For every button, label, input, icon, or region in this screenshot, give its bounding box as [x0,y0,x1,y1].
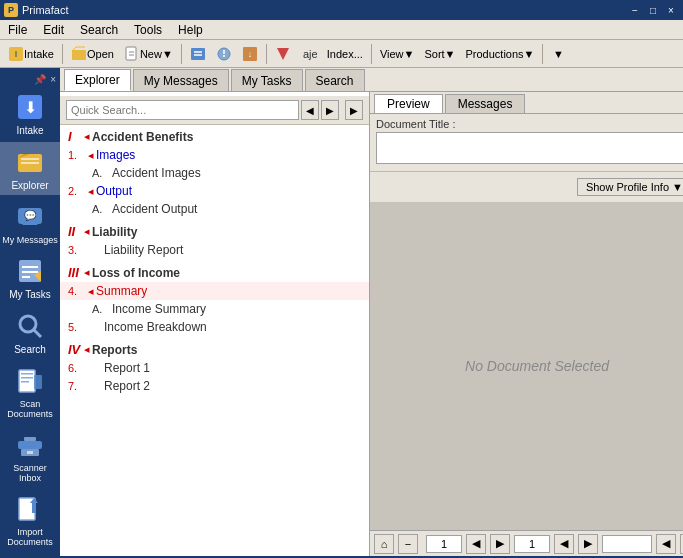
app-title: P Primafact [4,3,68,17]
tab-tasks[interactable]: My Tasks [231,69,303,91]
sidebar-item-explorer[interactable]: Explorer [0,142,60,195]
sidebar-item-import[interactable]: Import Documents [0,489,60,551]
sidebar-item-scanner[interactable]: Scanner Inbox [0,425,60,487]
section-header-I: I ◂ Accident Benefits [60,127,369,146]
toolbar-btn-5[interactable]: aje [297,43,321,65]
sidebar-close-icon[interactable]: × [50,74,56,85]
search-next[interactable]: ▶ [321,100,339,120]
doc-toolbar-home[interactable]: ⌂ [374,534,394,554]
tree-item-7[interactable]: 7. Report 2 [60,377,369,395]
pin-icon[interactable]: 📌 [34,74,46,85]
doc-toolbar-minimize[interactable]: − [398,534,418,554]
explorer-sidebar-icon [14,146,46,178]
close-button[interactable]: × [663,3,679,17]
svg-point-11 [223,55,225,57]
sidebar-controls: 📌 × [0,72,60,87]
tree-item-5[interactable]: 5. Income Breakdown [60,318,369,336]
section-liability: II ◂ Liability 3. Liability Report [60,220,369,261]
sidebar-item-messages[interactable]: 💬 My Messages [0,197,60,249]
section-reports: IV ◂ Reports 6. Report 1 7. Report 2 [60,338,369,397]
sidebar-item-scan[interactable]: Scan Documents [0,361,60,423]
svg-rect-30 [21,377,33,379]
svg-rect-19 [21,162,39,164]
page-prev2[interactable]: ◀ [554,534,574,554]
page-total-input[interactable]: 99999 [602,535,652,553]
toolbar-btn-4[interactable] [271,43,295,65]
sidebar-item-intake[interactable]: ⬇ Intake [0,87,60,140]
svg-rect-32 [34,375,42,389]
tab-messages[interactable]: My Messages [133,69,229,91]
tree-item-2a[interactable]: A. Accident Output [60,200,369,218]
productions-button[interactable]: Productions ▼ [462,43,539,65]
doc-title-area: Document Title : [370,114,683,172]
search-prev[interactable]: ◀ [301,100,319,120]
doc-title-label: Document Title : [376,118,683,130]
preview-tab-messages[interactable]: Messages [445,94,526,113]
tree-item-4a[interactable]: A. Income Summary [60,300,369,318]
toolbar-btn-3[interactable]: ↓ [238,43,262,65]
preview-tab-preview[interactable]: Preview [374,94,443,113]
tree-item-3[interactable]: 3. Liability Report [60,241,369,259]
index-button[interactable]: Index... [323,43,367,65]
menu-file[interactable]: File [4,23,31,37]
page-current-input[interactable] [426,535,462,553]
page-of-input[interactable] [514,535,550,553]
toolbar-btn-2[interactable] [212,43,236,65]
search-input[interactable] [66,100,299,120]
intake-sidebar-icon: ⬇ [14,91,46,123]
menubar: File Edit Search Tools Help [0,20,683,40]
tree-item-4[interactable]: 4. ◂ Summary [60,282,369,300]
import-sidebar-icon [14,493,46,525]
menu-help[interactable]: Help [174,23,207,37]
sort-button[interactable]: Sort ▼ [420,43,459,65]
toolbar-btn-1[interactable] [186,43,210,65]
tasks-sidebar-icon [14,255,46,287]
sidebar-item-search[interactable]: Search [0,306,60,359]
doc-title-input[interactable] [376,132,683,164]
content-area: Explorer My Messages My Tasks Search ◀ ▶… [60,68,683,556]
svg-text:↓: ↓ [248,49,253,59]
sidebar-item-tasks[interactable]: My Tasks [0,251,60,304]
sidebar-item-link[interactable]: Link Documents [0,553,60,558]
explorer-pane: ◀ ▶ ▶ I ◂ Accident Benefits 1. ◂ Images [60,92,683,556]
menu-edit[interactable]: Edit [39,23,68,37]
tab-search[interactable]: Search [305,69,365,91]
tab-explorer[interactable]: Explorer [64,69,131,91]
svg-rect-29 [21,373,33,375]
sidebar: 📌 × ⬇ Intake Explorer 💬 My Messages [0,68,60,556]
search-expand[interactable]: ▶ [345,100,363,120]
maximize-button[interactable]: □ [645,3,661,17]
svg-rect-3 [126,47,136,60]
open-button[interactable]: Open [67,43,118,65]
open-icon [71,46,87,62]
messages-sidebar-icon: 💬 [14,201,46,233]
page-next[interactable]: ▶ [490,534,510,554]
svg-rect-6 [191,48,205,60]
intake-button[interactable]: I Intake [4,43,58,65]
tree-item-1a[interactable]: A. Accident Images [60,164,369,182]
main-area: 📌 × ⬇ Intake Explorer 💬 My Messages [0,68,683,556]
svg-rect-34 [24,437,36,441]
menu-tools[interactable]: Tools [130,23,166,37]
svg-rect-33 [18,441,42,449]
svg-rect-18 [21,158,39,160]
svg-text:⬇: ⬇ [24,99,37,116]
svg-line-27 [34,330,41,337]
new-button[interactable]: New ▼ [120,43,177,65]
tab-bar: Explorer My Messages My Tasks Search [60,68,683,92]
doc-toolbar: ⌂ − ◀ ▶ ◀ ▶ 99999 ◀ ▶ [370,530,683,556]
tree-item-1[interactable]: 1. ◂ Images [60,146,369,164]
tree-item-2[interactable]: 2. ◂ Output [60,182,369,200]
scanner-sidebar-icon [14,429,46,461]
page-prev[interactable]: ◀ [466,534,486,554]
doc-nav-prev[interactable]: ◀ [656,534,676,554]
page-next2[interactable]: ▶ [578,534,598,554]
view-button[interactable]: View ▼ [376,43,419,65]
tree-item-6[interactable]: 6. Report 1 [60,359,369,377]
profile-info-button[interactable]: Show Profile Info ▼ [577,178,683,196]
svg-rect-2 [72,50,86,60]
new-icon [124,46,140,62]
minimize-button[interactable]: − [627,3,643,17]
menu-search[interactable]: Search [76,23,122,37]
toolbar-extra[interactable]: ▼ [547,43,569,65]
